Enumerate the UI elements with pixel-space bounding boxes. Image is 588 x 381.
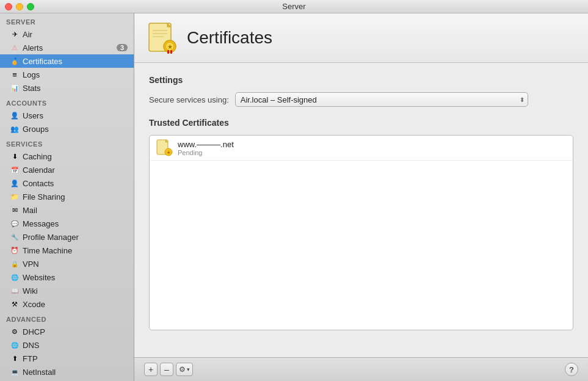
sidebar-item-caching[interactable]: Caching [0, 150, 134, 163]
sidebar-item-contacts[interactable]: Contacts [0, 176, 134, 190]
messages-icon [10, 219, 20, 228]
sidebar-item-label: FTP [23, 354, 128, 363]
trusted-item-status: Pending [178, 149, 234, 156]
sidebar-item-ftp[interactable]: FTP [0, 352, 134, 365]
add-button[interactable]: + [144, 363, 158, 376]
sidebar: SERVER Air Alerts 3 Certificates Logs St… [0, 13, 134, 381]
sidebar-item-vpn[interactable]: VPN [0, 257, 134, 270]
trusted-item-name: www.———.net [178, 140, 234, 149]
sidebar-item-certificates[interactable]: Certificates [0, 54, 134, 68]
sidebar-item-dhcp[interactable]: DHCP [0, 325, 134, 338]
minimize-button[interactable] [16, 3, 23, 10]
alerts-icon [10, 43, 20, 53]
sidebar-item-time-machine[interactable]: Time Machine [0, 244, 134, 257]
sidebar-item-label: Users [23, 111, 128, 120]
sidebar-item-mail[interactable]: Mail [0, 203, 134, 217]
vpn-icon [10, 259, 20, 269]
file-sharing-icon [10, 192, 20, 201]
sidebar-item-label: DNS [23, 341, 128, 350]
main-layout: SERVER Air Alerts 3 Certificates Logs St… [0, 13, 588, 381]
trusted-section-title: Trusted Certificates [149, 118, 573, 128]
sidebar-item-alerts[interactable]: Alerts 3 [0, 41, 134, 54]
content-header: ★ Certificates [134, 13, 588, 63]
svg-text:★: ★ [167, 150, 170, 154]
sidebar-item-label: Messages [23, 219, 128, 228]
sidebar-item-label: Calendar [23, 165, 128, 175]
sidebar-item-wiki[interactable]: Wiki [0, 284, 134, 297]
content-footer: + – ⚙ ▾ ? [134, 357, 588, 381]
mail-icon [10, 205, 20, 215]
websites-icon [10, 272, 20, 282]
trusted-certificates-list: ★ www.———.net Pending [149, 135, 573, 330]
sidebar-item-label: VPN [23, 259, 128, 269]
netinstall-icon [10, 367, 20, 377]
sidebar-item-websites[interactable]: Websites [0, 270, 134, 284]
wiki-icon [10, 286, 20, 296]
secure-services-select-wrapper: Air.local – Self-signed Custom Certifica… [235, 92, 528, 107]
sidebar-item-label: Logs [23, 70, 128, 79]
sidebar-item-stats[interactable]: Stats [0, 81, 134, 95]
sidebar-item-label: Xcode [23, 300, 128, 309]
ftp-icon [10, 354, 20, 363]
sidebar-section-services: SERVICES [0, 136, 134, 150]
svg-rect-8 [170, 50, 172, 54]
trusted-item[interactable]: ★ www.———.net Pending [150, 136, 573, 161]
sidebar-item-netinstall[interactable]: NetInstall [0, 365, 134, 379]
certificates-icon [10, 56, 20, 66]
time-machine-icon [10, 245, 20, 255]
trusted-item-info: www.———.net Pending [178, 140, 234, 156]
users-icon [10, 111, 20, 120]
help-button[interactable]: ? [565, 363, 578, 376]
maximize-button[interactable] [27, 3, 34, 10]
secure-services-row: Secure services using: Air.local – Self-… [149, 92, 573, 107]
page-title: Certificates [187, 28, 272, 48]
sidebar-item-open-directory[interactable]: Open Directory [0, 379, 134, 381]
air-icon [10, 29, 20, 39]
remove-button[interactable]: – [160, 363, 173, 376]
sidebar-item-label: File Sharing [23, 192, 128, 201]
chevron-down-icon: ▾ [187, 366, 190, 372]
trusted-section: Trusted Certificates ★ www.——— [149, 118, 573, 330]
xcode-icon [10, 299, 20, 309]
titlebar: Server [0, 0, 588, 13]
sidebar-item-label: Profile Manager [23, 233, 128, 242]
sidebar-item-xcode[interactable]: Xcode [0, 297, 134, 311]
sidebar-item-label: Wiki [23, 286, 128, 296]
close-button[interactable] [5, 3, 12, 10]
cert-item-icon: ★ [156, 139, 173, 156]
sidebar-item-messages[interactable]: Messages [0, 217, 134, 230]
content-body: Settings Secure services using: Air.loca… [134, 63, 588, 357]
sidebar-item-label: NetInstall [23, 368, 128, 377]
sidebar-item-label: Air [23, 30, 128, 39]
sidebar-item-groups[interactable]: Groups [0, 122, 134, 136]
calendar-icon [10, 165, 20, 175]
sidebar-item-air[interactable]: Air [0, 27, 134, 41]
sidebar-item-profile-manager[interactable]: Profile Manager [0, 230, 134, 244]
window-title: Server [282, 2, 305, 11]
sidebar-item-calendar[interactable]: Calendar [0, 163, 134, 176]
sidebar-item-label: DHCP [23, 327, 128, 336]
secure-services-select[interactable]: Air.local – Self-signed Custom Certifica… [235, 92, 528, 107]
window-controls[interactable] [5, 3, 34, 10]
sidebar-item-file-sharing[interactable]: File Sharing [0, 190, 134, 203]
sidebar-item-label: Certificates [23, 57, 128, 66]
action-button[interactable]: ⚙ ▾ [176, 363, 193, 376]
secure-services-label: Secure services using: [149, 95, 229, 104]
sidebar-item-label: Time Machine [23, 246, 128, 255]
sidebar-item-dns[interactable]: DNS [0, 338, 134, 352]
page-icon: ★ [147, 22, 178, 54]
caching-icon [10, 151, 20, 161]
content-area: ★ Certificates Settings Secure services … [134, 13, 588, 381]
contacts-icon [10, 178, 20, 188]
dhcp-icon [10, 327, 20, 336]
sidebar-item-users[interactable]: Users [0, 109, 134, 122]
sidebar-item-label: Websites [23, 273, 128, 282]
sidebar-item-label: Caching [23, 152, 128, 161]
sidebar-item-label: Groups [23, 125, 128, 134]
sidebar-item-label: Stats [23, 84, 128, 93]
gear-icon: ⚙ [179, 365, 186, 374]
sidebar-item-logs[interactable]: Logs [0, 68, 134, 81]
sidebar-section-server: SERVER [0, 13, 134, 27]
profile-manager-icon [10, 232, 20, 242]
logs-icon [10, 70, 20, 79]
